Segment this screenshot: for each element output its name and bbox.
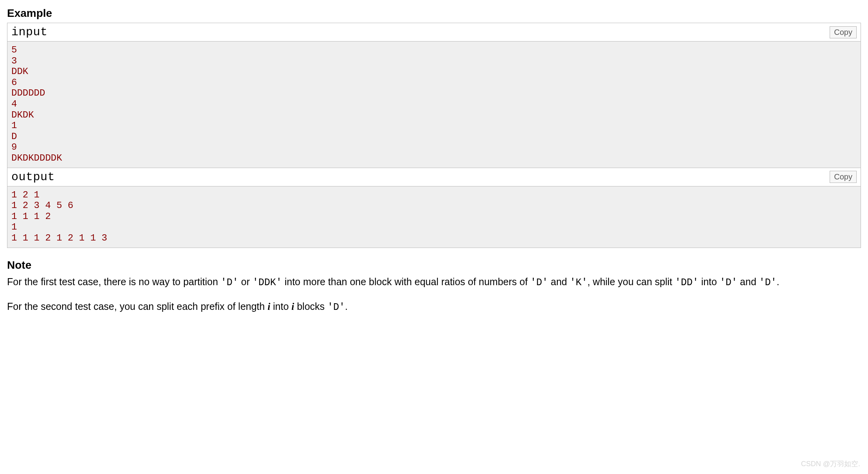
- code-inline: 'D': [328, 302, 345, 313]
- code-inline: 'D': [720, 277, 737, 288]
- note-text: For the second test case, you can split …: [7, 301, 268, 312]
- output-header: output Copy: [7, 168, 861, 186]
- input-label: input: [11, 25, 48, 39]
- code-inline: 'D': [759, 277, 777, 288]
- note-section: Note For the first test case, there is n…: [7, 259, 861, 315]
- note-text: and: [737, 276, 759, 287]
- code-inline: 'D': [221, 277, 238, 288]
- output-label: output: [11, 170, 55, 184]
- example-heading: Example: [7, 7, 861, 20]
- example-section: Example input Copy 5 3 DDK 6 DDDDDD 4 DK…: [7, 7, 861, 248]
- math-var: i: [292, 301, 294, 312]
- note-text: and: [548, 276, 570, 287]
- note-body: For the first test case, there is no way…: [7, 275, 861, 315]
- code-inline: 'K': [570, 277, 587, 288]
- copy-output-button[interactable]: Copy: [830, 171, 857, 183]
- note-text: into more than one block with equal rati…: [282, 276, 530, 287]
- note-paragraph-1: For the first test case, there is no way…: [7, 275, 861, 290]
- note-text: into: [699, 276, 720, 287]
- input-block: input Copy 5 3 DDK 6 DDDDDD 4 DKDK 1 D 9…: [7, 23, 861, 168]
- code-inline: 'D': [530, 277, 548, 288]
- note-text: .: [345, 301, 348, 312]
- note-paragraph-2: For the second test case, you can split …: [7, 299, 861, 315]
- note-text: into: [270, 301, 292, 312]
- copy-input-button[interactable]: Copy: [830, 26, 857, 38]
- note-text: blocks: [294, 301, 328, 312]
- note-heading: Note: [7, 259, 861, 271]
- code-inline: 'DDK': [252, 277, 282, 288]
- note-text: , while you can split: [587, 276, 675, 287]
- output-block: output Copy 1 2 1 1 2 3 4 5 6 1 1 1 2 1 …: [7, 168, 861, 248]
- note-text: .: [777, 276, 780, 287]
- note-text: or: [238, 276, 252, 287]
- note-text: For the first test case, there is no way…: [7, 276, 221, 287]
- input-header: input Copy: [7, 23, 861, 42]
- input-content: 5 3 DDK 6 DDDDDD 4 DKDK 1 D 9 DKDKDDDDK: [7, 42, 861, 168]
- code-inline: 'DD': [675, 277, 699, 288]
- output-content: 1 2 1 1 2 3 4 5 6 1 1 1 2 1 1 1 1 2 1 2 …: [7, 186, 861, 248]
- math-var: i: [268, 301, 270, 312]
